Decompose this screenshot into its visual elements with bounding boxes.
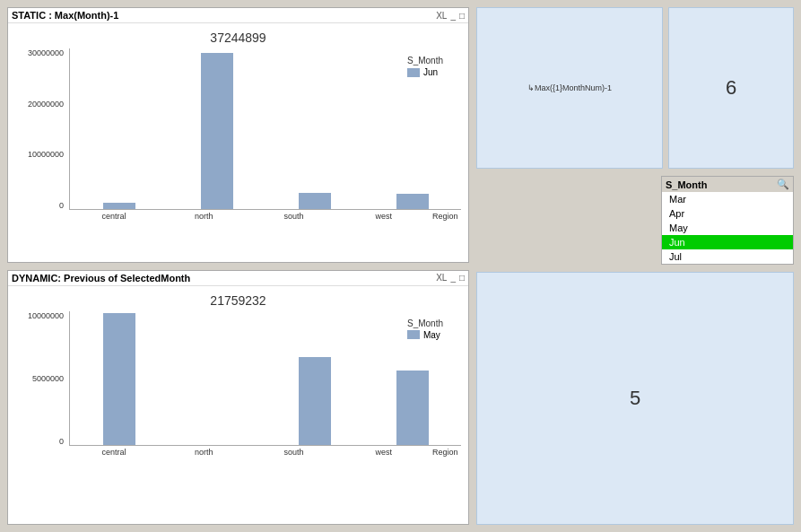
value-top: 6 <box>726 76 736 100</box>
y1-tick4: 0 <box>59 201 64 210</box>
chart2-inner: 10000000 5000000 0 <box>15 311 461 457</box>
chart1-minimize[interactable]: _ <box>450 11 456 21</box>
bar-south-rect <box>299 193 331 209</box>
bar2-north <box>168 311 266 445</box>
dropdown-header: S_Month 🔍 <box>662 177 793 192</box>
formula-label: ↳Max({1}MonthNum)-1 <box>527 83 612 92</box>
chart1: STATIC : Max(Month)-1 XL _ □ 37244899 S_… <box>7 7 469 263</box>
dropdown-item-jun[interactable]: Jun <box>662 235 793 249</box>
bar-north <box>168 48 266 209</box>
chart1-x-labels: central north south west Region <box>69 212 461 221</box>
bar2-west-rect <box>396 371 429 445</box>
dropdown-item-apr[interactable]: Apr <box>662 206 793 221</box>
chart2-x-labels: central north south west Region <box>69 448 461 457</box>
chart1-total: 37244899 <box>15 27 461 48</box>
bar-central-rect <box>103 203 135 209</box>
x1-label-west: west <box>339 212 429 221</box>
bar2-west <box>363 311 461 445</box>
top-right-row: ↳Max({1}MonthNum)-1 6 <box>476 7 794 169</box>
chart2-xl[interactable]: XL <box>436 273 447 283</box>
x1-label-north: north <box>159 212 248 221</box>
x2-label-central: central <box>69 448 159 457</box>
bar-north-rect <box>201 53 233 209</box>
x2-label-north: north <box>159 448 248 457</box>
x2-label-south: south <box>249 448 339 457</box>
x1-axis-label: Region <box>429 212 461 221</box>
formula-box: ↳Max({1}MonthNum)-1 <box>476 7 663 169</box>
chart1-title: STATIC : Max(Month)-1 <box>12 10 118 21</box>
chart1-inner: 30000000 20000000 10000000 0 <box>15 48 461 221</box>
chart2-total: 21759232 <box>15 290 461 311</box>
bar2-central <box>70 311 168 445</box>
chart1-close[interactable]: □ <box>459 11 465 21</box>
chart2-body: 21759232 S_Month May 10000000 <box>8 286 468 464</box>
chart2-minimize[interactable]: _ <box>450 273 456 283</box>
chart1-y-axis: 30000000 20000000 10000000 0 <box>15 48 67 210</box>
dropdown-item-may[interactable]: May <box>662 221 793 235</box>
chart1-xl[interactable]: XL <box>436 11 447 21</box>
bar2-south <box>266 311 363 445</box>
x2-axis-label: Region <box>429 448 461 457</box>
y2-tick1: 10000000 <box>28 311 64 320</box>
chart2-y-axis: 10000000 5000000 0 <box>15 311 67 446</box>
search-icon[interactable]: 🔍 <box>777 179 789 190</box>
chart1-titlebar: STATIC : Max(Month)-1 XL _ □ <box>8 8 468 23</box>
chart1-bars-wrapper <box>69 48 461 210</box>
y1-tick2: 20000000 <box>28 100 64 109</box>
x2-label-west: west <box>339 448 429 457</box>
s-month-dropdown[interactable]: S_Month 🔍 Mar Apr May Jun Jul <box>661 176 794 265</box>
value-box-top: 6 <box>668 7 794 169</box>
bar2-central-rect <box>103 313 135 445</box>
bar-west-rect <box>396 194 429 209</box>
bar-central <box>70 48 168 209</box>
chart1-controls: XL _ □ <box>436 11 465 21</box>
y2-tick3: 0 <box>59 437 64 446</box>
x1-label-central: central <box>69 212 159 221</box>
bar-south <box>266 48 363 209</box>
y1-tick1: 30000000 <box>28 48 64 57</box>
chart2: DYNAMIC: Previous of SelectedMonth XL _ … <box>7 270 469 526</box>
dropdown-title: S_Month <box>666 179 707 190</box>
dropdown-item-mar[interactable]: Mar <box>662 192 793 206</box>
chart2-bars-wrapper <box>69 311 461 446</box>
chart2-close[interactable]: □ <box>459 273 465 283</box>
dropdown-item-jul[interactable]: Jul <box>662 249 793 264</box>
chart2-controls: XL _ □ <box>436 273 465 283</box>
bar2-south-rect <box>299 357 331 445</box>
bar-west <box>363 48 461 209</box>
value-bottom: 5 <box>630 387 640 410</box>
chart2-titlebar: DYNAMIC: Previous of SelectedMonth XL _ … <box>8 271 468 286</box>
chart2-title: DYNAMIC: Previous of SelectedMonth <box>12 273 190 283</box>
x1-label-south: south <box>249 212 339 221</box>
value-box-bottom: 5 <box>476 272 794 525</box>
chart1-body: 37244899 S_Month Jun 30000000 <box>8 23 468 228</box>
y1-tick3: 10000000 <box>28 150 64 159</box>
y2-tick2: 5000000 <box>32 374 64 383</box>
